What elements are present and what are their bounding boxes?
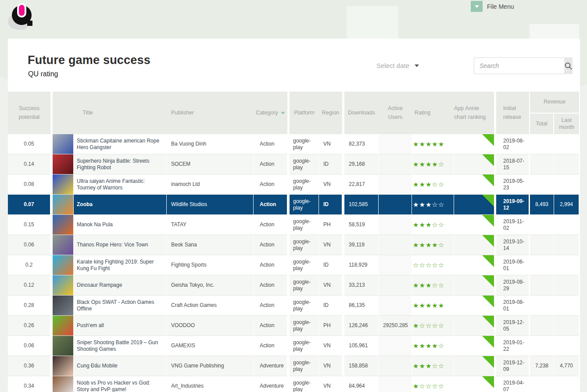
category-value: Adventure [254, 376, 287, 392]
game-title[interactable]: Cung Đấu Mobile [74, 356, 167, 376]
game-icon-cell [53, 175, 74, 195]
game-title[interactable]: Zooba [74, 195, 167, 215]
active-users-value [379, 296, 412, 316]
table-row[interactable]: 0.28 Black Ops SWAT - Action Games Offli… [8, 296, 579, 316]
game-title[interactable]: Noob vs Pro vs Hacker vs God: Story and … [74, 376, 167, 392]
page: File Menu Future game success QU rating … [0, 0, 587, 392]
active-users-value [379, 336, 412, 356]
game-icon-cell [53, 255, 74, 275]
publisher-value: Geisha Tokyo, Inc. [167, 275, 254, 296]
game-title[interactable]: Dinosaur Rampage [74, 275, 167, 296]
initial-release-value: 2019-04-07 [496, 376, 529, 392]
column-header-category[interactable]: Category [254, 92, 287, 134]
region-value: ID [319, 154, 342, 175]
initial-release-value: 2019-09-12 [496, 195, 529, 215]
revenue-total-value [530, 376, 554, 392]
platform-value: google-play [290, 154, 319, 175]
background-rectangle-decoration [347, 6, 398, 39]
game-icon-cell [53, 316, 74, 336]
revenue-total-value [530, 215, 554, 235]
publisher-value: Wildlife Studios [167, 195, 254, 215]
game-icon [53, 296, 73, 315]
game-title[interactable]: Karate king Fighting 2019: Super Kung Fu… [74, 255, 167, 275]
category-value: Action [254, 154, 287, 175]
table-row[interactable]: 0.05 Stickman Capitaine american Rope He… [8, 134, 579, 154]
revenue-total-value [530, 134, 554, 154]
success-potential-value: 0.28 [8, 296, 50, 316]
platform-value: google-play [290, 255, 319, 275]
chart-ranking-cell [454, 356, 494, 376]
game-title[interactable]: Sniper Shooting Battle 2019 – Gun Shooti… [74, 336, 167, 356]
chart-ranking-marker-icon [482, 336, 494, 348]
qu-logo[interactable] [7, 3, 36, 32]
game-icon [53, 356, 73, 376]
chart-ranking-cell [454, 296, 494, 316]
chart-ranking-marker-icon [482, 134, 494, 146]
table-row[interactable]: 0.08 Ultra saiyan Anime Fantastic: Tourn… [8, 175, 579, 195]
game-title[interactable]: Push'em all [74, 316, 167, 336]
category-value: Action [254, 134, 287, 154]
region-value: VN [319, 336, 342, 356]
platform-value: google-play [290, 195, 319, 215]
chart-ranking-marker-icon [482, 316, 494, 328]
initial-release-value: 2019-08-01 [496, 296, 529, 316]
publisher-value: Fighting Sports [167, 255, 254, 275]
rating-stars: ★☆☆☆☆ [412, 376, 454, 392]
revenue-last-month-value [554, 255, 579, 275]
revenue-last-month-value [554, 175, 579, 195]
game-icon [53, 376, 73, 392]
table-row[interactable]: 0.06 Thanos Rope Hero: Vice Town Beok Sa… [8, 235, 579, 255]
game-icon [53, 215, 73, 235]
table-row[interactable]: 0.06 Sniper Shooting Battle 2019 – Gun S… [8, 336, 579, 356]
game-title[interactable]: Stickman Capitaine american Rope Hero Ga… [74, 134, 167, 154]
column-header-success-potential: Success potential [8, 92, 50, 134]
table-row[interactable]: 0.12 Dinosaur Rampage Geisha Tokyo, Inc.… [8, 275, 579, 296]
table-row[interactable]: 0.2 Karate king Fighting 2019: Super Kun… [8, 255, 579, 275]
table-row[interactable]: 0.36 Cung Đấu Mobile VNG Game Publishing… [8, 356, 579, 376]
search-button[interactable] [564, 57, 573, 74]
chart-ranking-marker-icon [482, 154, 494, 166]
platform-value: google-play [290, 235, 319, 255]
game-title[interactable]: Black Ops SWAT - Action Games Offline [74, 296, 167, 316]
platform-value: google-play [290, 275, 319, 296]
initial-release-value: 2019-08-29 [496, 275, 529, 296]
revenue-total-value [530, 275, 554, 296]
revenue-last-month-value [554, 376, 579, 392]
active-users-value [379, 134, 412, 154]
search-input[interactable] [474, 57, 564, 74]
game-title[interactable]: Manok Na Pula [74, 215, 167, 235]
region-value: PH [319, 215, 342, 235]
rating-stars: ★★★☆☆ [412, 215, 454, 235]
file-menu-dropdown-button[interactable] [471, 1, 483, 12]
column-header-publisher: Publisher [167, 92, 254, 134]
table-row[interactable]: 0.34 Noob vs Pro vs Hacker vs God: Story… [8, 376, 579, 392]
game-icon-cell [53, 154, 74, 175]
search-box [474, 57, 569, 74]
table-row[interactable]: 0.15 Manok Na Pula TATAY Action google-p… [8, 215, 579, 235]
region-value: VN [319, 376, 342, 392]
success-potential-value: 0.26 [8, 316, 50, 336]
publisher-value: Craft Action Games [167, 296, 254, 316]
game-title[interactable]: Thanos Rope Hero: Vice Town [74, 235, 167, 255]
game-title[interactable]: Superhero Ninja Battle: Streets Fighting… [74, 154, 167, 175]
downloads-value: 29,168 [344, 154, 379, 175]
game-icon-cell [53, 195, 74, 215]
chart-ranking-cell [454, 154, 494, 175]
game-title[interactable]: Ultra saiyan Anime Fantastic: Tourney of… [74, 175, 167, 195]
table-row[interactable]: 0.14 Superhero Ninja Battle: Streets Fig… [8, 154, 579, 175]
revenue-header-label: Revenue [530, 92, 579, 114]
game-icon [53, 336, 73, 356]
chart-ranking-cell [454, 255, 494, 275]
initial-release-value: 2019-06-01 [496, 255, 529, 275]
revenue-last-month-value [554, 296, 579, 316]
success-potential-value: 0.14 [8, 154, 50, 175]
region-value: VN [319, 175, 342, 195]
success-potential-value: 0.07 [8, 195, 50, 215]
chart-ranking-marker-icon [482, 215, 494, 227]
category-value: Action [254, 215, 287, 235]
chart-ranking-cell [454, 336, 494, 356]
select-date-dropdown[interactable]: Select date [376, 62, 419, 69]
revenue-last-month-value [554, 215, 579, 235]
table-row[interactable]: 0.07 Zooba Wildlife Studios Action googl… [8, 195, 579, 215]
table-row[interactable]: 0.26 Push'em all VOODOO Action google-pl… [8, 316, 579, 336]
